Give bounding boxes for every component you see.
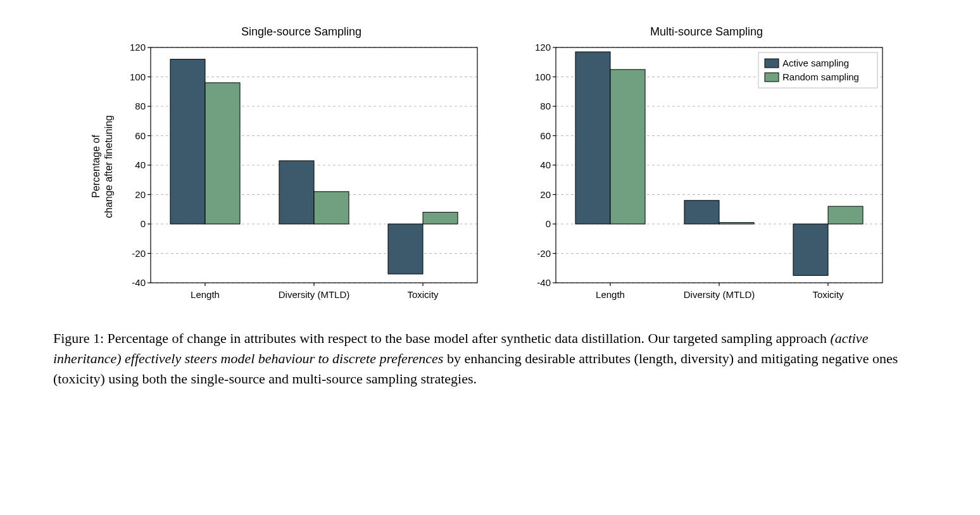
ytick-label: 100 (535, 71, 551, 82)
ytick-label: 20 (135, 189, 146, 200)
ytick-label: 0 (546, 218, 551, 229)
bar-active (388, 224, 423, 274)
bar-random (423, 212, 458, 224)
yaxis-label: Percentage of change after finetuning (90, 115, 115, 218)
ytick-label: 60 (540, 130, 551, 141)
ytick-label: 40 (135, 159, 146, 170)
bar-random (719, 223, 754, 224)
yaxis-label-container: Percentage of change after finetuning (90, 53, 118, 281)
caption-text-prefix: Figure 1: Percentage of change in attrib… (53, 330, 831, 346)
ytick-label: -40 (537, 277, 551, 288)
legend-label-random: Random sampling (782, 71, 859, 82)
ytick-label: -20 (132, 248, 146, 259)
bar-random (205, 83, 240, 224)
bar-active (279, 161, 314, 224)
ytick-label: -40 (132, 277, 146, 288)
bar-random (610, 70, 645, 224)
ytick-label: 120 (130, 42, 146, 53)
bar-active (684, 201, 719, 224)
legend-swatch-random (765, 73, 779, 82)
ytick-label: 40 (540, 159, 551, 170)
ytick-label: 0 (141, 218, 146, 229)
bar-random (314, 192, 349, 224)
ytick-label: 80 (135, 101, 146, 111)
ytick-label: 100 (130, 71, 146, 82)
bar-random (828, 206, 863, 224)
legend-swatch-active (765, 59, 779, 68)
bar-active (170, 59, 205, 224)
chart-panel-right: Multi-source Sampling -40-20020406080100… (523, 25, 890, 308)
chart-right: -40-20020406080100120LengthDiversity (MT… (523, 42, 890, 308)
charts-row: Percentage of change after finetuning Si… (90, 25, 890, 308)
figure-caption: Figure 1: Percentage of change in attrib… (53, 328, 927, 389)
xtick-label: Length (191, 289, 220, 300)
ytick-label: 60 (135, 130, 146, 141)
chart-title-right: Multi-source Sampling (650, 25, 763, 39)
xtick-label: Diversity (MTLD) (279, 289, 350, 300)
chart-left: -40-20020406080100120LengthDiversity (MT… (118, 42, 485, 308)
ytick-label: 20 (540, 189, 551, 200)
bar-active (793, 224, 828, 275)
xtick-label: Toxicity (812, 289, 844, 300)
figure-container: Percentage of change after finetuning Si… (38, 25, 942, 389)
xtick-label: Length (596, 289, 625, 300)
xtick-label: Toxicity (407, 289, 439, 300)
bar-active (575, 52, 610, 224)
chart-title-left: Single-source Sampling (241, 25, 361, 39)
legend-label-active: Active sampling (782, 58, 849, 68)
ytick-label: 120 (535, 42, 551, 53)
xtick-label: Diversity (MTLD) (684, 289, 755, 300)
chart-panel-left: Percentage of change after finetuning Si… (90, 25, 485, 308)
ytick-label: 80 (540, 101, 551, 111)
ytick-label: -20 (537, 248, 551, 259)
